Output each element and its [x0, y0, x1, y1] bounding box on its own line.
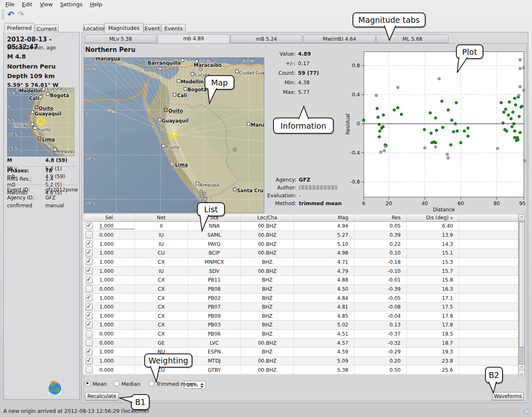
- svg-text:Distance: Distance: [433, 207, 455, 212]
- row-checkbox[interactable]: [86, 348, 93, 356]
- undo-icon[interactable]: ↶: [6, 10, 16, 20]
- row-checkbox[interactable]: [86, 250, 93, 257]
- table-row[interactable]: 1.000CXPB07BHZ4.81-0.0817.5: [84, 303, 518, 312]
- column-header-Res[interactable]: Res: [355, 214, 407, 222]
- table-row[interactable]: 0.000GELVC00.BHZ4.57-0.3218.7: [84, 339, 518, 348]
- table-row[interactable]: 1.000CXMNMCXBHZ4.71-0.1815.3: [84, 258, 518, 267]
- weight-value[interactable]: 1.000: [99, 304, 113, 310]
- weight-value[interactable]: 0.000: [99, 286, 113, 292]
- row-checkbox[interactable]: [86, 321, 93, 329]
- menu-file[interactable]: File: [2, 0, 18, 8]
- weight-value[interactable]: 1.000: [99, 241, 113, 247]
- column-header-Loc/Cha[interactable]: Loc/Cha: [241, 214, 294, 222]
- radio-icon[interactable]: [113, 380, 120, 387]
- column-header-empty[interactable]: [459, 214, 518, 222]
- radio-median[interactable]: Median: [113, 380, 140, 387]
- radio-icon[interactable]: [85, 380, 91, 387]
- table-row[interactable]: 0.000IUSAML00.BHZ5.270.3913.9: [84, 231, 518, 240]
- sidebar-tab-preferred[interactable]: Preferred: [4, 23, 34, 32]
- row-checkbox[interactable]: [86, 312, 93, 319]
- weight-value[interactable]: 1.000: [99, 313, 113, 319]
- residual-plot[interactable]: 0.80.40-0.4-0.862040608095DistanceResidu…: [345, 41, 527, 212]
- row-checkbox[interactable]: [86, 285, 93, 292]
- column-header-Mag[interactable]: Mag: [294, 214, 355, 222]
- table-row[interactable]: 1.000CUBCIP00.BHZ4.980.1015.1: [84, 249, 518, 258]
- weight-value[interactable]: 1.000: [99, 277, 113, 283]
- cell-sel: 1.000: [84, 294, 135, 302]
- row-checkbox[interactable]: [86, 294, 93, 302]
- residual-point-unused: [446, 153, 448, 155]
- magnitude-tab-mb[interactable]: mB 5.24: [230, 34, 303, 43]
- cell-sta: PB02: [188, 294, 241, 302]
- tab-magnitudes[interactable]: Magnitudes: [104, 23, 143, 32]
- sidebar-tab-current[interactable]: Current: [35, 25, 59, 32]
- row-checkbox[interactable]: [86, 366, 93, 373]
- magnitude-tab-mlv[interactable]: MLv 5.38: [84, 34, 157, 43]
- messaging-icon[interactable]: [523, 408, 530, 415]
- radio-trimmed-mean[interactable]: Trimmed mean: [148, 380, 195, 387]
- weight-value[interactable]: 0.000: [99, 340, 113, 346]
- scroll-up2-icon[interactable]: ⌃: [519, 364, 525, 371]
- cell-mag: 5.38: [294, 365, 355, 374]
- cell-dis: 19.3: [407, 348, 459, 356]
- weight-value[interactable]: 1.000: [99, 223, 135, 229]
- weight-value[interactable]: 1.000: [99, 268, 113, 274]
- table-row[interactable]: 1.000CXPB02BHZ4.84-0.0517.1: [84, 294, 518, 303]
- row-checkbox[interactable]: [86, 258, 93, 265]
- row-checkbox[interactable]: [86, 240, 93, 248]
- menu-edit[interactable]: Edit: [18, 0, 36, 8]
- row-checkbox[interactable]: [86, 331, 93, 338]
- weight-value[interactable]: 1.000: [99, 295, 113, 301]
- weight-value[interactable]: 1.000: [99, 349, 113, 355]
- weight-value[interactable]: 1.000: [99, 259, 113, 265]
- table-row[interactable]: 1.000CXPB09BHZ4.85-0.0417.8: [84, 312, 518, 321]
- cell-empty: [459, 222, 518, 231]
- weight-value[interactable]: 1.000: [99, 250, 113, 256]
- weight-value[interactable]: 1.000: [99, 322, 113, 328]
- scrollbar-thumb[interactable]: [519, 222, 525, 347]
- table-row[interactable]: 0.000CXPB06BHZ4.51-0.3718.5: [84, 330, 518, 339]
- row-checkbox[interactable]: [86, 223, 93, 230]
- city-label: Ciudad Gua: [239, 70, 264, 75]
- table-row[interactable]: 1.000IINNA00.BHZ4.940.056.40: [84, 222, 518, 231]
- row-checkbox[interactable]: [86, 339, 93, 346]
- table-row[interactable]: 1.000IUSDV00.BHZ4.79-0.1015.7: [84, 267, 518, 276]
- spin-down-icon[interactable]: [200, 386, 204, 388]
- residual-point-used: [502, 111, 505, 113]
- radio-mean[interactable]: Mean: [85, 380, 107, 387]
- scroll-down-icon[interactable]: ⌄: [519, 371, 525, 377]
- table-row[interactable]: 1.000CXPB03BHZ5.020.1317.8: [84, 321, 518, 330]
- row-checkbox[interactable]: [86, 267, 93, 275]
- toolbar-drag-handle[interactable]: [2, 10, 4, 19]
- tab-events[interactable]: Events: [161, 24, 186, 32]
- spin-up-icon[interactable]: [200, 383, 204, 385]
- waveforms-button[interactable]: Waveforms: [492, 392, 524, 400]
- menu-help[interactable]: Help: [86, 0, 106, 8]
- menu-settings[interactable]: Settings: [57, 0, 86, 8]
- weight-value[interactable]: 0.000: [99, 232, 113, 238]
- overview-map[interactable]: 85 W75 W70 W5 N05 S10 S15 SCúcutaMedellí…: [7, 88, 75, 157]
- recalculate-button[interactable]: Recalculate: [85, 392, 119, 400]
- row-checkbox[interactable]: [86, 277, 93, 284]
- row-checkbox[interactable]: [86, 358, 93, 365]
- tab-event[interactable]: Event: [144, 24, 161, 32]
- table-row[interactable]: 0.000CXPB08BHZ4.50-0.3916.3: [84, 285, 518, 294]
- column-header-Sel[interactable]: Sel: [84, 214, 135, 222]
- table-scrollbar[interactable]: ⌃ ⌃ ⌄: [518, 214, 525, 377]
- scroll-up-icon[interactable]: ⌃: [519, 215, 525, 221]
- weight-value[interactable]: 0.000: [99, 367, 113, 373]
- station-map[interactable]: 90 W80 W70 W60 W10 N010 S20 SManaguaBarr…: [84, 57, 264, 213]
- menu-view[interactable]: View: [36, 0, 57, 8]
- weight-value[interactable]: 1.000: [99, 358, 113, 364]
- weight-value[interactable]: 0.000: [99, 331, 113, 337]
- table-row[interactable]: 1.000CXPB11BHZ4.88-0.0115.8: [84, 276, 518, 285]
- magnitude-tab-mb[interactable]: mb 4.89: [158, 34, 230, 44]
- column-header-Net[interactable]: Net: [135, 214, 188, 222]
- column-header-Dis (deg)[interactable]: Dis (deg) ∨: [407, 214, 459, 222]
- row-checkbox[interactable]: [86, 304, 93, 311]
- tab-location[interactable]: Location: [83, 24, 104, 32]
- row-checkbox[interactable]: [86, 231, 93, 238]
- radio-icon[interactable]: [148, 380, 155, 387]
- table-row[interactable]: 1.000IUPAYG00.BHZ5.100.2214.3: [84, 240, 518, 249]
- radio-label: Mean: [91, 381, 107, 387]
